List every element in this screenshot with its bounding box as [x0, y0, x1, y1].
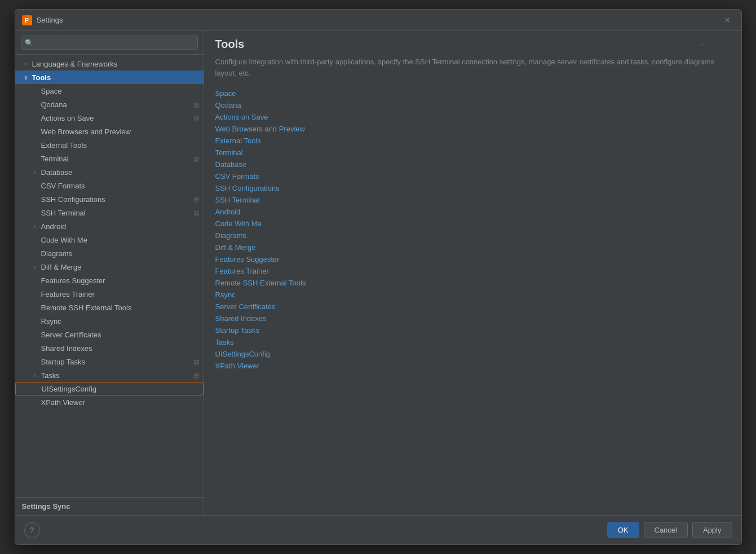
link-space[interactable]: Space — [215, 87, 730, 99]
help-button[interactable]: ? — [24, 522, 40, 538]
sidebar-item-label: Diagrams — [41, 249, 73, 258]
left-panel: 🔍 › Languages & Frameworks ∨ Tools — [15, 31, 204, 515]
link-actions-on-save[interactable]: Actions on Save — [215, 111, 730, 123]
page-description: Configure integration with third-party a… — [204, 51, 741, 87]
chevron-right-icon: › — [31, 168, 39, 176]
link-tasks[interactable]: Tasks — [215, 336, 730, 348]
link-ui-settings-config[interactable]: UISettingsConfig — [215, 348, 730, 360]
sidebar-item-label: Server Certificates — [41, 331, 101, 339]
apply-button[interactable]: Apply — [692, 522, 732, 538]
sidebar-item-database[interactable]: › Database — [15, 165, 204, 179]
link-features-suggester[interactable]: Features Suggester — [215, 253, 730, 265]
sidebar-item-label: Web Browsers and Preview — [41, 127, 131, 136]
cancel-button[interactable]: Cancel — [644, 522, 688, 538]
close-button[interactable]: × — [721, 14, 735, 27]
links-list: Space Qodana Actions on Save Web Browser… — [204, 87, 741, 515]
link-remote-ssh[interactable]: Remote SSH External Tools — [215, 277, 730, 289]
chevron-right-icon: › — [31, 371, 39, 379]
link-diagrams[interactable]: Diagrams — [215, 230, 730, 241]
sidebar-item-code-with-me[interactable]: Code With Me — [15, 233, 204, 247]
settings-sync-item[interactable]: Settings Sync — [15, 497, 204, 515]
sidebar-item-label: XPath Viewer — [41, 398, 86, 407]
sidebar-item-label: Languages & Frameworks — [32, 60, 118, 68]
link-startup-tasks[interactable]: Startup Tasks — [215, 324, 730, 336]
dialog-title: Settings — [37, 16, 63, 24]
sidebar-item-diff-merge[interactable]: › Diff & Merge — [15, 260, 204, 274]
sidebar-item-label: Qodana — [41, 100, 67, 109]
back-arrow[interactable]: ← — [696, 38, 712, 51]
sidebar-item-label: Code With Me — [41, 236, 87, 244]
chevron-right-icon: › — [31, 222, 39, 230]
link-csv-formats[interactable]: CSV Formats — [215, 170, 730, 182]
sidebar-item-tasks[interactable]: › Tasks ▤ — [15, 368, 204, 382]
sidebar-item-diagrams[interactable]: Diagrams — [15, 247, 204, 260]
sidebar-item-languages[interactable]: › Languages & Frameworks — [15, 57, 204, 71]
ok-button[interactable]: OK — [607, 522, 639, 538]
link-rsync[interactable]: Rsync — [215, 289, 730, 301]
sidebar-item-features-suggester[interactable]: Features Suggester — [15, 274, 204, 287]
indicator-icon: ▤ — [193, 101, 199, 108]
link-web-browsers[interactable]: Web Browsers and Preview — [215, 123, 730, 135]
bottom-bar: ? OK Cancel Apply — [15, 515, 741, 544]
sidebar-item-xpath-viewer[interactable]: XPath Viewer — [15, 395, 204, 409]
sidebar-item-web-browsers[interactable]: Web Browsers and Preview — [15, 125, 204, 138]
settings-tree: › Languages & Frameworks ∨ Tools Space Q… — [15, 55, 204, 497]
nav-arrows: ← → — [696, 38, 730, 51]
settings-dialog: P Settings × 🔍 › Languages & Frameworks — [15, 9, 742, 545]
link-database[interactable]: Database — [215, 159, 730, 170]
search-input[interactable] — [21, 36, 198, 50]
sidebar-item-remote-ssh[interactable]: Remote SSH External Tools — [15, 301, 204, 314]
link-features-trainer[interactable]: Features Trainer — [215, 265, 730, 277]
sidebar-item-label: UISettingsConfig — [42, 385, 97, 393]
right-panel: Tools ← → Configure integration with thi… — [204, 31, 741, 515]
title-bar: P Settings × — [15, 10, 741, 31]
sidebar-item-label: External Tools — [41, 141, 87, 150]
indicator-icon: ▤ — [193, 115, 199, 122]
sidebar-item-actions-on-save[interactable]: Actions on Save ▤ — [15, 111, 204, 125]
sidebar-item-label: Tasks — [41, 371, 60, 380]
sidebar-item-features-trainer[interactable]: Features Trainer — [15, 287, 204, 301]
sidebar-item-startup-tasks[interactable]: Startup Tasks ▤ — [15, 355, 204, 368]
settings-sync-label: Settings Sync — [22, 502, 70, 511]
sidebar-item-ui-settings-config[interactable]: UISettingsConfig — [15, 382, 204, 395]
link-android[interactable]: Android — [215, 206, 730, 218]
sidebar-item-label: Terminal — [41, 155, 69, 163]
sidebar-item-shared-indexes[interactable]: Shared Indexes — [15, 341, 204, 355]
link-ssh-terminal[interactable]: SSH Terminal — [215, 194, 730, 206]
link-xpath-viewer[interactable]: XPath Viewer — [215, 360, 730, 372]
link-server-certificates[interactable]: Server Certificates — [215, 301, 730, 313]
sidebar-item-qodana[interactable]: Qodana ▤ — [15, 98, 204, 111]
sidebar-item-server-certificates[interactable]: Server Certificates — [15, 328, 204, 341]
sidebar-item-tools[interactable]: ∨ Tools — [15, 71, 204, 84]
sidebar-item-label: SSH Configurations — [41, 195, 105, 204]
link-diff-merge[interactable]: Diff & Merge — [215, 241, 730, 253]
sidebar-item-rsync[interactable]: Rsync — [15, 314, 204, 328]
sidebar-item-terminal[interactable]: Terminal ▤ — [15, 152, 204, 165]
sidebar-item-label: Features Trainer — [41, 290, 95, 298]
sidebar-item-label: Shared Indexes — [41, 344, 92, 353]
sidebar-item-label: Remote SSH External Tools — [41, 304, 132, 312]
sidebar-item-space[interactable]: Space — [15, 84, 204, 98]
sidebar-item-label: Diff & Merge — [41, 263, 82, 271]
indicator-icon: ▤ — [193, 372, 199, 379]
link-qodana[interactable]: Qodana — [215, 99, 730, 111]
sidebar-item-csv-formats[interactable]: CSV Formats — [15, 179, 204, 192]
right-header: Tools ← → — [204, 31, 741, 51]
link-external-tools[interactable]: External Tools — [215, 135, 730, 147]
sidebar-item-label: Android — [41, 222, 67, 231]
sidebar-item-android[interactable]: › Android — [15, 219, 204, 233]
sidebar-item-ssh-terminal[interactable]: SSH Terminal ▤ — [15, 206, 204, 219]
forward-arrow[interactable]: → — [714, 38, 730, 51]
indicator-icon: ▤ — [193, 196, 199, 203]
link-shared-indexes[interactable]: Shared Indexes — [215, 313, 730, 324]
link-ssh-configurations[interactable]: SSH Configurations — [215, 182, 730, 194]
search-icon: 🔍 — [25, 39, 33, 47]
sidebar-item-label: Space — [41, 87, 62, 95]
sidebar-item-external-tools[interactable]: External Tools — [15, 138, 204, 152]
sidebar-item-ssh-configurations[interactable]: SSH Configurations ▤ — [15, 192, 204, 206]
link-terminal[interactable]: Terminal — [215, 147, 730, 159]
chevron-right-icon: › — [31, 263, 39, 271]
indicator-icon: ▤ — [193, 209, 199, 217]
chevron-down-icon: ∨ — [22, 73, 30, 81]
link-code-with-me[interactable]: Code With Me — [215, 218, 730, 230]
